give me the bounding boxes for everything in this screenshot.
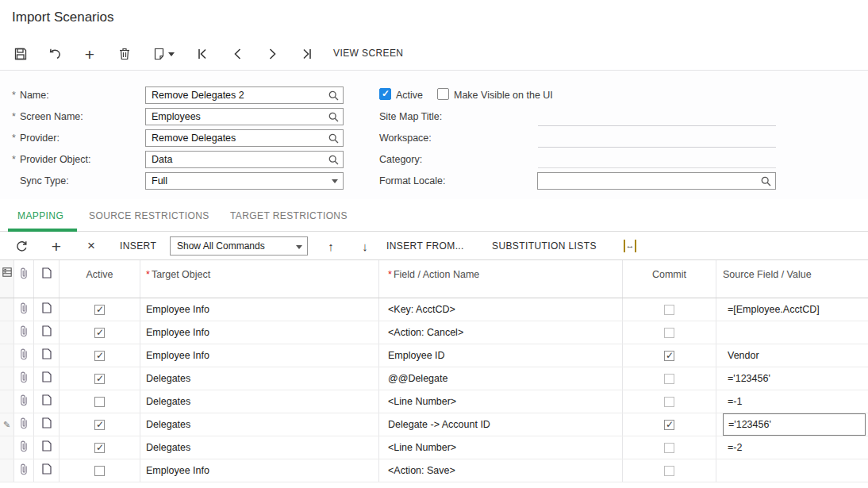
field-action-cell[interactable]: <Action: Save> (379, 459, 623, 482)
attachments-column-header[interactable] (14, 260, 34, 298)
field-action-cell[interactable]: Employee ID (379, 344, 623, 367)
attachment-cell[interactable] (14, 436, 34, 459)
note-cell[interactable] (34, 367, 60, 390)
tab-source-restrictions[interactable]: SOURCE RESTRICTIONS (89, 210, 209, 221)
commit-checkbox[interactable] (664, 397, 674, 407)
commit-checkbox[interactable] (664, 351, 674, 361)
table-row[interactable]: ✎ Delegates <Line Number> =-1 (0, 390, 868, 413)
view-screen-button[interactable]: VIEW SCREEN (333, 48, 403, 59)
column-header-source[interactable]: Source Field / Value (716, 260, 868, 298)
target-object-cell[interactable]: Delegates (140, 367, 379, 390)
attachment-cell[interactable] (14, 413, 34, 436)
note-cell[interactable] (34, 321, 60, 344)
active-checkbox[interactable] (94, 374, 105, 384)
table-row[interactable]: ✎ Employee Info <Action: Cancel> (0, 321, 868, 344)
make-visible-checkbox[interactable] (437, 88, 449, 100)
commit-checkbox[interactable] (664, 328, 674, 338)
row-indicator[interactable]: ✎ (0, 436, 14, 459)
target-object-cell[interactable]: Delegates (140, 390, 379, 413)
screen-name-input[interactable]: Employees (145, 108, 344, 125)
field-action-cell[interactable]: <Line Number> (379, 390, 623, 413)
move-up-button[interactable]: ↑ (320, 235, 342, 257)
provider-input[interactable]: Remove Delegates (145, 129, 344, 147)
save-button[interactable] (10, 43, 32, 65)
provider-object-input[interactable]: Data (145, 151, 344, 168)
row-selector-header[interactable] (0, 260, 14, 298)
active-checkbox[interactable] (94, 305, 105, 315)
note-cell[interactable] (34, 390, 60, 413)
active-checkbox[interactable] (94, 328, 105, 338)
delete-row-button[interactable]: × (80, 235, 102, 257)
source-cell[interactable] (716, 321, 868, 344)
table-row[interactable]: ✎ Employee Info <Action: Save> (0, 459, 868, 482)
active-checkbox[interactable] (94, 466, 105, 476)
field-action-cell[interactable]: Delegate -> Account ID (379, 413, 623, 436)
name-input[interactable]: Remove Delegates 2 (145, 86, 344, 104)
go-first-button[interactable] (191, 43, 213, 65)
search-icon[interactable] (328, 133, 339, 146)
insert-from-button[interactable]: INSERT FROM... (386, 240, 464, 252)
search-icon[interactable] (328, 90, 339, 103)
row-indicator[interactable]: ✎ (0, 321, 14, 344)
target-object-cell[interactable]: Employee Info (140, 344, 379, 367)
commit-checkbox[interactable] (664, 466, 674, 476)
search-icon[interactable] (761, 176, 771, 189)
source-cell[interactable] (716, 459, 868, 482)
search-icon[interactable] (328, 155, 339, 167)
target-object-cell[interactable]: Employee Info (140, 298, 379, 321)
row-indicator[interactable]: ✎ (0, 344, 14, 367)
go-last-button[interactable] (296, 43, 318, 65)
field-action-cell[interactable]: @@Delegate (379, 367, 623, 390)
target-object-cell[interactable]: Delegates (140, 413, 379, 436)
insert-button[interactable]: INSERT (120, 240, 156, 252)
column-header-commit[interactable]: Commit (623, 260, 716, 298)
column-header-active[interactable]: Active (60, 260, 140, 298)
refresh-button[interactable] (10, 235, 33, 257)
note-cell[interactable] (34, 413, 60, 436)
target-object-cell[interactable]: Employee Info (140, 459, 379, 482)
active-checkbox[interactable] (94, 420, 105, 430)
field-action-cell[interactable]: <Key: AcctCD> (379, 298, 623, 321)
source-cell[interactable]: ='123456' (716, 367, 868, 390)
sync-type-select[interactable]: Full (145, 172, 344, 190)
table-row[interactable]: ✎ Employee Info <Key: AcctCD> =[Employee… (0, 298, 868, 321)
add-row-button[interactable]: + (45, 235, 67, 257)
note-cell[interactable] (34, 298, 60, 321)
format-locale-input[interactable] (537, 172, 776, 190)
attachment-cell[interactable] (14, 390, 34, 413)
column-header-target-object[interactable]: Target Object (140, 260, 379, 298)
search-icon[interactable] (328, 112, 339, 125)
commit-checkbox[interactable] (664, 305, 674, 315)
active-checkbox[interactable] (94, 397, 105, 407)
fit-width-icon[interactable]: ↔ (624, 240, 636, 252)
commands-dropdown[interactable]: Show All Commands (170, 236, 308, 256)
row-indicator[interactable]: ✎ (0, 459, 14, 482)
source-cell[interactable]: =-2 (716, 436, 868, 459)
table-row[interactable]: ✎ Delegates Delegate -> Account ID ='123… (0, 413, 868, 436)
active-checkbox[interactable] (94, 351, 105, 361)
attachment-cell[interactable] (14, 459, 34, 482)
field-action-cell[interactable]: <Action: Cancel> (379, 321, 623, 344)
table-row[interactable]: ✎ Employee Info Employee ID Vendor (0, 344, 868, 367)
column-header-field-action[interactable]: Field / Action Name (379, 260, 623, 298)
attachment-cell[interactable] (14, 321, 34, 344)
source-cell[interactable]: ='123456' (716, 413, 868, 436)
substitution-lists-button[interactable]: SUBSTITUTION LISTS (492, 240, 597, 252)
row-indicator[interactable]: ✎ (0, 390, 14, 413)
delete-button[interactable] (113, 43, 136, 65)
notes-column-header[interactable] (34, 260, 60, 298)
attachment-cell[interactable] (14, 344, 34, 367)
active-checkbox[interactable] (379, 88, 391, 100)
go-previous-button[interactable] (226, 43, 248, 65)
source-cell[interactable]: =[Employee.AcctCD] (716, 298, 868, 321)
row-indicator[interactable]: ✎ (0, 367, 14, 390)
field-action-cell[interactable]: <Line Number> (379, 436, 623, 459)
active-checkbox[interactable] (94, 443, 105, 453)
attachment-cell[interactable] (14, 367, 34, 390)
undo-button[interactable] (44, 43, 66, 65)
row-indicator[interactable]: ✎ (0, 413, 14, 436)
source-cell[interactable]: =-1 (716, 390, 868, 413)
add-button[interactable]: + (79, 43, 101, 65)
tab-target-restrictions[interactable]: TARGET RESTRICTIONS (230, 210, 348, 221)
note-cell[interactable] (34, 436, 60, 459)
